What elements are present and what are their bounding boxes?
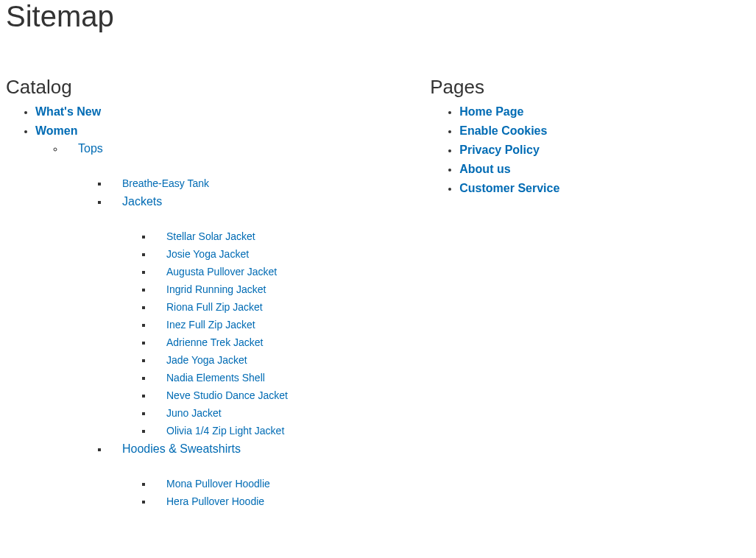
catalog-link-augusta[interactable]: Augusta Pullover Jacket	[153, 266, 277, 278]
catalog-link-neve[interactable]: Neve Studio Dance Jacket	[153, 389, 288, 401]
pages-link-cookies[interactable]: Enable Cookies	[459, 124, 547, 137]
list-item: Augusta Pullover Jacket	[153, 266, 430, 278]
catalog-link-women[interactable]: Women	[35, 124, 77, 137]
list-item: Privacy Policy	[459, 144, 750, 157]
list-item: Inez Full Zip Jacket	[153, 319, 430, 331]
pages-heading: Pages	[430, 77, 750, 98]
catalog-link-mona[interactable]: Mona Pullover Hoodlie	[153, 478, 270, 490]
list-item: Stellar Solar Jacket	[153, 230, 430, 242]
pages-link-home[interactable]: Home Page	[459, 105, 523, 118]
list-item: Hera Pullover Hoodie	[153, 495, 430, 507]
catalog-link-olivia[interactable]: Olivia 1/4 Zip Light Jacket	[153, 425, 284, 437]
catalog-link-nadia[interactable]: Nadia Elements Shell	[153, 372, 265, 384]
list-item: Customer Service	[459, 182, 750, 195]
list-item: Breathe-Easy Tank	[109, 177, 430, 189]
list-item: Neve Studio Dance Jacket	[153, 389, 430, 401]
list-item: Josie Yoga Jacket	[153, 248, 430, 260]
pages-link-privacy[interactable]: Privacy Policy	[459, 144, 540, 156]
catalog-heading: Catalog	[6, 77, 430, 98]
catalog-list: What's New Women Tops Breathe-Easy Tank …	[6, 105, 430, 507]
list-item: Tops Breathe-Easy Tank Jackets Stellar S…	[65, 142, 430, 507]
list-item: What's New	[35, 105, 430, 119]
catalog-link-hera[interactable]: Hera Pullover Hoodie	[153, 495, 264, 507]
catalog-link-stellar[interactable]: Stellar Solar Jacket	[153, 230, 255, 242]
list-item: Nadia Elements Shell	[153, 372, 430, 384]
catalog-link-tops[interactable]: Tops	[65, 142, 103, 155]
catalog-link-riona[interactable]: Riona Full Zip Jacket	[153, 301, 263, 313]
list-item: Mona Pullover Hoodlie	[153, 478, 430, 490]
catalog-link-breathe-easy[interactable]: Breathe-Easy Tank	[109, 177, 209, 189]
list-item: Adrienne Trek Jacket	[153, 336, 430, 348]
list-item: About us	[459, 163, 750, 176]
list-item: Hoodies & Sweatshirts Mona Pullover Hood…	[109, 442, 430, 507]
list-item: Women Tops Breathe-Easy Tank Jackets Ste…	[35, 124, 430, 507]
list-item: Olivia 1/4 Zip Light Jacket	[153, 425, 430, 437]
catalog-link-adrienne[interactable]: Adrienne Trek Jacket	[153, 336, 264, 348]
catalog-link-whats-new[interactable]: What's New	[35, 105, 101, 118]
list-item: Juno Jacket	[153, 407, 430, 419]
catalog-link-jade[interactable]: Jade Yoga Jacket	[153, 354, 247, 366]
list-item: Jackets Stellar Solar Jacket Josie Yoga …	[109, 195, 430, 437]
list-item: Jade Yoga Jacket	[153, 354, 430, 366]
pages-link-about[interactable]: About us	[459, 163, 510, 175]
catalog-link-inez[interactable]: Inez Full Zip Jacket	[153, 319, 255, 331]
catalog-link-jackets[interactable]: Jackets	[109, 195, 162, 208]
list-item: Enable Cookies	[459, 124, 750, 138]
catalog-link-ingrid[interactable]: Ingrid Running Jacket	[153, 283, 266, 295]
list-item: Home Page	[459, 105, 750, 119]
pages-list: Home Page Enable Cookies Privacy Policy …	[430, 105, 750, 195]
page-title: Sitemap	[6, 0, 750, 32]
pages-link-customer-service[interactable]: Customer Service	[459, 182, 559, 194]
catalog-link-hoodies[interactable]: Hoodies & Sweatshirts	[109, 442, 241, 456]
catalog-link-josie[interactable]: Josie Yoga Jacket	[153, 248, 249, 260]
list-item: Ingrid Running Jacket	[153, 283, 430, 295]
list-item: Riona Full Zip Jacket	[153, 301, 430, 313]
catalog-link-juno[interactable]: Juno Jacket	[153, 407, 222, 419]
